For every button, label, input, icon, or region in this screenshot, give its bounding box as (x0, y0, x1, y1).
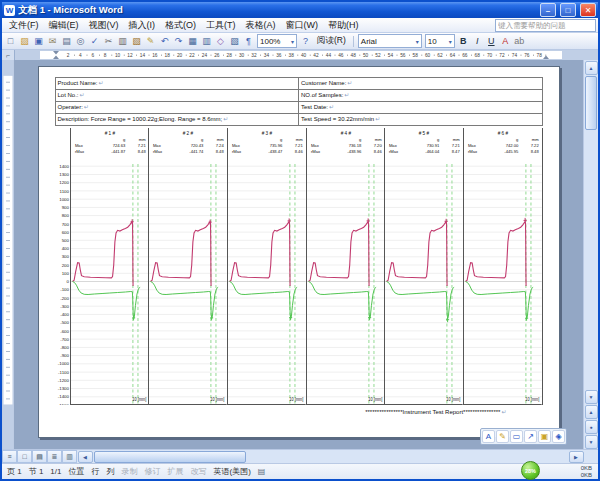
open-folder-icon[interactable]: ▨ (18, 35, 31, 48)
drawing-icon[interactable]: ◇ (214, 35, 227, 48)
close-button[interactable]: ✕ (580, 3, 596, 17)
panel-plot: 10 [mm] (385, 158, 463, 405)
reading-layout-view-icon[interactable]: ▥ (62, 450, 77, 463)
annotate-save-icon[interactable]: ◈ (552, 430, 565, 443)
table-cell-test-date[interactable]: Test Date:↵ (299, 102, 543, 114)
italic-button[interactable]: I (471, 35, 484, 48)
ruler-svg[interactable]: 2468101214161820222426283032343638404244… (15, 50, 585, 60)
format-painter-icon[interactable]: ✎ (144, 35, 157, 48)
table-cell-product-name[interactable]: Product Name:↵ (55, 78, 299, 90)
next-page-button[interactable]: ▼ (585, 435, 598, 449)
document-map-icon[interactable]: ▧ (228, 35, 241, 48)
vertical-scrollbar[interactable]: ▲ ▼ ▲ ● ▼ (583, 60, 598, 449)
annotate-text-icon[interactable]: A (482, 430, 495, 443)
menu-edit[interactable]: 编辑(E) (44, 18, 84, 32)
page[interactable]: Product Name:↵ Customer Name:↵ Lot No.:↵… (38, 66, 560, 438)
maximize-button[interactable]: □ (560, 3, 576, 17)
table-cell-test-speed[interactable]: Test Speed = 30.22mm/min↵ (299, 114, 543, 126)
horizontal-scroll-thumb[interactable] (94, 451, 246, 463)
menu-help[interactable]: 帮助(H) (323, 18, 364, 32)
menu-file[interactable]: 文件(F) (4, 18, 44, 32)
minimize-button[interactable]: – (540, 3, 556, 17)
scroll-right-button[interactable]: ▶ (569, 451, 584, 463)
insert-table-icon[interactable]: ▦ (186, 35, 199, 48)
mail-icon[interactable]: ✉ (46, 35, 59, 48)
status-flag-track-changes[interactable]: 修订 (144, 466, 160, 477)
help-question-input[interactable] (495, 19, 596, 32)
document-area[interactable]: Product Name:↵ Customer Name:↵ Lot No.:↵… (14, 60, 583, 449)
paste-icon[interactable]: ▧ (130, 35, 143, 48)
menu-window[interactable]: 窗口(W) (281, 18, 324, 32)
status-flag-overtype[interactable]: 改写 (190, 466, 206, 477)
show-hide-marks-icon[interactable]: ¶ (242, 35, 255, 48)
table-cell-lot-no[interactable]: Lot No.:↵ (55, 90, 299, 102)
svg-text:# 3 #: # 3 # (262, 131, 273, 136)
table-cell-customer-name[interactable]: Customer Name:↵ (299, 78, 543, 90)
columns-icon[interactable]: ▥ (200, 35, 213, 48)
table-cell-operater[interactable]: Operater:↵ (55, 102, 299, 114)
font-color-icon[interactable]: A (499, 35, 512, 48)
horizontal-scroll-track[interactable] (94, 451, 568, 463)
scroll-down-button[interactable]: ▼ (585, 390, 598, 404)
status-flag-record[interactable]: 录制 (121, 466, 137, 477)
normal-view-icon[interactable]: ≡ (2, 450, 17, 463)
select-browse-object-button[interactable]: ● (585, 420, 598, 434)
vertical-scroll-track[interactable] (584, 131, 598, 389)
font-name-select[interactable]: Arial ▾ (358, 34, 422, 48)
outline-view-icon[interactable]: ≣ (47, 450, 62, 463)
menu-tools[interactable]: 工具(T) (201, 18, 241, 32)
font-size-select[interactable]: 10 ▾ (425, 34, 455, 48)
print-preview-icon[interactable]: ◎ (74, 35, 87, 48)
bold-button[interactable]: B (457, 35, 470, 48)
undo-icon[interactable]: ↶ (158, 35, 171, 48)
table-cell-description[interactable]: Description: Force Range = 1000.22g;Elon… (55, 114, 299, 126)
annotate-arrow-icon[interactable]: ↗ (524, 430, 537, 443)
scrollbar-corner (584, 450, 598, 463)
panel-header: # 6 #gmmMax742.007.22rMax-445.958.48 (464, 128, 542, 158)
spelling-icon[interactable]: ✓ (88, 35, 101, 48)
svg-text:1200: 1200 (59, 180, 69, 185)
menu-view[interactable]: 视图(V) (84, 18, 124, 32)
copy-icon[interactable]: ▥ (116, 35, 129, 48)
svg-text:mm: mm (138, 137, 145, 142)
help-icon[interactable]: ? (299, 35, 312, 48)
print-layout-view-icon[interactable]: ▤ (32, 450, 47, 463)
print-icon[interactable]: ▤ (60, 35, 73, 48)
annotate-pen-icon[interactable]: ✎ (496, 430, 509, 443)
svg-text:-900: -900 (60, 353, 69, 358)
svg-text:36: 36 (276, 53, 282, 58)
svg-text:-1000: -1000 (57, 361, 69, 366)
highlight-color-icon[interactable]: ab (513, 35, 526, 48)
tab-selector[interactable]: ⌐ (2, 50, 15, 60)
annotate-color-icon[interactable]: ▣ (538, 430, 551, 443)
zoom-select[interactable]: 100% ▾ (257, 34, 297, 48)
svg-text:100: 100 (61, 271, 69, 276)
web-layout-view-icon[interactable]: □ (17, 450, 32, 463)
cut-icon[interactable]: ✂ (102, 35, 115, 48)
annotate-rect-icon[interactable]: ▭ (510, 430, 523, 443)
status-language: 英语(美国) (213, 466, 250, 477)
svg-text:735.96: 735.96 (269, 143, 282, 148)
panel-plot: 10 [mm] (307, 158, 385, 405)
save-icon[interactable]: ▣ (32, 35, 45, 48)
menu-format[interactable]: 格式(O) (160, 18, 201, 32)
svg-text:742.00: 742.00 (506, 143, 519, 148)
redo-icon[interactable]: ↷ (172, 35, 185, 48)
menu-table[interactable]: 表格(A) (241, 18, 281, 32)
vertical-scroll-thumb[interactable] (585, 76, 597, 130)
chart[interactable]: 1400130012001100100090080070060050040030… (55, 128, 543, 405)
new-document-icon[interactable]: □ (4, 35, 17, 48)
memory-ball-widget[interactable]: 28% (521, 461, 540, 480)
status-column: 列 (106, 466, 114, 477)
previous-page-button[interactable]: ▲ (585, 405, 598, 419)
toolbar-icons-left: □▨▣✉▤◎✓✂▥▧✎↶↷▦▥◇▧¶ (4, 35, 255, 48)
menu-insert[interactable]: 插入(I) (124, 18, 161, 32)
read-mode-button[interactable]: 阅读(R) (313, 35, 350, 48)
status-bar: 页 1 节 1 1/1 位置 行 列 录制 修订 扩展 改写 英语(美国) ▤ … (2, 463, 598, 479)
table-cell-no-of-samples[interactable]: NO.of Samples:↵ (299, 90, 543, 102)
ruler-corner (585, 50, 598, 60)
status-flag-extend[interactable]: 扩展 (167, 466, 183, 477)
scroll-left-button[interactable]: ◀ (78, 451, 93, 463)
scroll-up-button[interactable]: ▲ (585, 61, 598, 75)
underline-button[interactable]: U (485, 35, 498, 48)
